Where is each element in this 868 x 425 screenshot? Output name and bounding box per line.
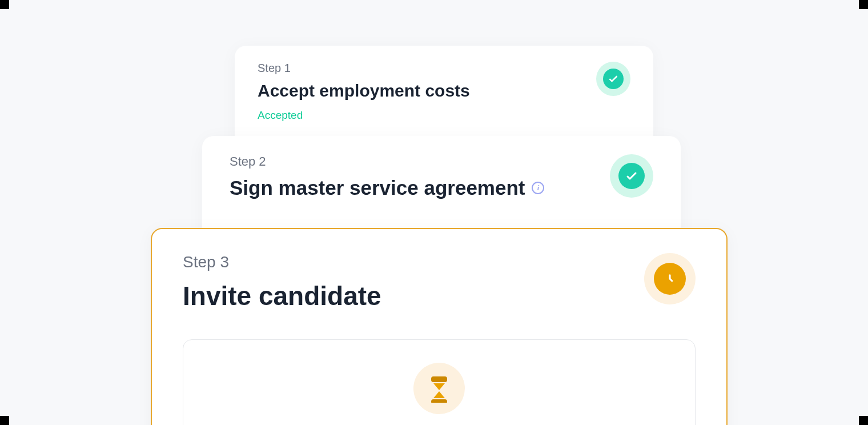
step-label: Step 3 <box>183 253 696 271</box>
hourglass-icon <box>413 363 465 414</box>
step-label: Step 2 <box>230 154 653 169</box>
status-pending-icon <box>644 253 696 304</box>
step-card-3[interactable]: Step 3 Invite candidate <box>151 228 728 425</box>
step-status: Accepted <box>258 109 630 122</box>
step-title: Accept employment costs <box>258 81 630 101</box>
info-icon[interactable]: i <box>532 182 544 194</box>
step-card-1[interactable]: Step 1 Accept employment costs Accepted <box>235 46 653 149</box>
step-label: Step 1 <box>258 62 630 75</box>
status-complete-icon <box>610 154 653 198</box>
step-title: Invite candidate <box>183 280 696 312</box>
step-title: Sign master service agreement i <box>230 176 653 200</box>
candidate-panel <box>183 339 696 425</box>
status-complete-icon <box>596 62 630 96</box>
